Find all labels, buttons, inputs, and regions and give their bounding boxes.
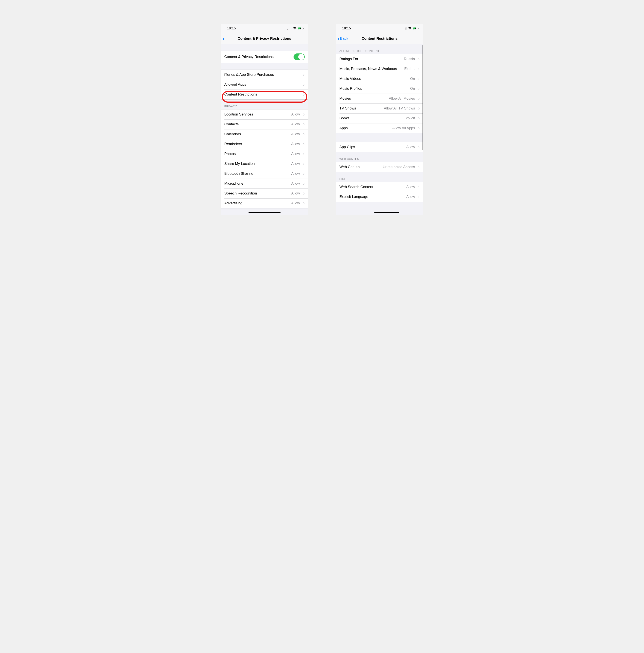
phone-right: 18:15 ‹ Back Content Restrictions ALLOWE… [336, 24, 423, 215]
scroll-area-right[interactable]: ALLOWED STORE CONTENT Ratings ForRussia›… [336, 44, 423, 215]
back-label: Back [340, 37, 348, 41]
list-toggle: Content & Privacy Restrictions [221, 51, 308, 63]
row-bluetooth-sharing[interactable]: Bluetooth SharingAllow› [221, 169, 308, 178]
row-microphone[interactable]: MicrophoneAllow› [221, 178, 308, 189]
row-value: Allow [291, 132, 300, 136]
row-books[interactable]: BooksExplicit› [336, 113, 423, 123]
row-location-services[interactable]: Location ServicesAllow› [221, 110, 308, 119]
row-web-content[interactable]: Web ContentUnrestricted Access› [336, 162, 423, 172]
list-app-clips: App ClipsAllow› [336, 142, 423, 152]
chevron-right-icon: › [302, 171, 305, 176]
nav-title: Content Restrictions [336, 37, 423, 41]
svg-rect-7 [403, 29, 403, 30]
row-music-profiles[interactable]: Music ProfilesOn› [336, 84, 423, 94]
chevron-right-icon: › [302, 112, 305, 117]
chevron-right-icon: › [417, 57, 420, 62]
row-label: Photos [224, 152, 236, 156]
row-value: Allow [291, 152, 300, 156]
row-label: Ratings For [339, 57, 358, 61]
nav-bar: ‹ Back Content Restrictions [336, 33, 423, 44]
chevron-right-icon: › [417, 76, 420, 81]
chevron-left-icon: ‹ [223, 35, 224, 42]
row-music-podcasts-news-workouts[interactable]: Music, Podcasts, News & WorkoutsExpl…› [336, 64, 423, 74]
row-label: Books [339, 116, 350, 120]
chevron-right-icon: › [302, 201, 305, 205]
row-content-restrictions[interactable]: Content Restrictions› [221, 90, 308, 99]
redaction-bar [374, 212, 399, 213]
list-main: iTunes & App Store Purchases›Allowed App… [221, 70, 308, 100]
row-photos[interactable]: PhotosAllow› [221, 149, 308, 159]
row-app-clips[interactable]: App ClipsAllow› [336, 142, 423, 152]
chevron-left-icon: ‹ [338, 35, 340, 42]
row-movies[interactable]: MoviesAllow All Movies› [336, 94, 423, 103]
row-speech-recognition[interactable]: Speech RecognitionAllow› [221, 189, 308, 198]
toggle-switch[interactable] [293, 53, 305, 60]
row-advertising[interactable]: AdvertisingAllow› [221, 198, 308, 208]
list-siri: Web Search ContentAllow›Explicit Languag… [336, 182, 423, 202]
row-share-my-location[interactable]: Share My LocationAllow› [221, 159, 308, 169]
chevron-right-icon: › [417, 86, 420, 91]
row-allowed-apps[interactable]: Allowed Apps› [221, 80, 308, 90]
row-value: Allow [291, 142, 300, 146]
row-label: Content Restrictions [224, 92, 257, 97]
row-value: Allow [406, 185, 415, 189]
row-value: On [410, 77, 415, 81]
row-value: Allow [291, 191, 300, 196]
chevron-right-icon: › [417, 185, 420, 189]
chevron-right-icon: › [302, 162, 305, 166]
scroll-indicator[interactable] [422, 45, 423, 150]
row-label: Web Content [339, 165, 361, 169]
status-bar: 18:15 [336, 24, 423, 33]
phone-left: 18:15 ‹ Content & Privacy Restrictions C… [221, 24, 308, 215]
row-label: Bluetooth Sharing [224, 171, 254, 176]
row-tv-shows[interactable]: TV ShowsAllow All TV Shows› [336, 103, 423, 113]
chevron-right-icon: › [302, 191, 305, 196]
group-header-store: ALLOWED STORE CONTENT [336, 44, 423, 54]
nav-title: Content & Privacy Restrictions [221, 37, 308, 41]
chevron-right-icon: › [302, 132, 305, 137]
row-label: Apps [339, 126, 348, 130]
row-label: Movies [339, 96, 351, 101]
row-label: Share My Location [224, 162, 255, 166]
chevron-right-icon: › [302, 82, 305, 87]
row-label: TV Shows [339, 106, 356, 111]
row-value: Allow [291, 171, 300, 176]
row-value: Russia [404, 57, 415, 61]
row-label: Advertising [224, 201, 242, 205]
group-header-siri: SIRI [336, 172, 423, 182]
row-explicit-language[interactable]: Explicit LanguageAllow› [336, 192, 423, 202]
chevron-right-icon: › [302, 142, 305, 146]
chevron-right-icon: › [302, 92, 305, 97]
row-reminders[interactable]: RemindersAllow› [221, 139, 308, 149]
row-contacts[interactable]: ContactsAllow› [221, 119, 308, 129]
row-content-privacy-toggle[interactable]: Content & Privacy Restrictions [221, 51, 308, 63]
row-itunes-app-store-purchases[interactable]: iTunes & App Store Purchases› [221, 70, 308, 80]
chevron-right-icon: › [417, 106, 420, 111]
row-label: Content & Privacy Restrictions [224, 55, 274, 59]
row-web-search-content[interactable]: Web Search ContentAllow› [336, 182, 423, 192]
chevron-right-icon: › [302, 181, 305, 186]
svg-rect-8 [404, 28, 404, 30]
row-value: Allow [291, 122, 300, 126]
row-value: Allow All TV Shows [384, 106, 415, 111]
svg-rect-6 [303, 28, 304, 29]
row-label: Explicit Language [339, 195, 368, 199]
chevron-right-icon: › [302, 151, 305, 156]
row-ratings-for[interactable]: Ratings ForRussia› [336, 54, 423, 64]
chevron-right-icon: › [417, 116, 420, 121]
back-button[interactable]: ‹ Back [336, 35, 348, 42]
list-privacy: Location ServicesAllow›ContactsAllow›Cal… [221, 109, 308, 209]
back-button[interactable]: ‹ [221, 35, 225, 42]
chevron-right-icon: › [417, 194, 420, 199]
row-label: Music, Podcasts, News & Workouts [339, 67, 397, 71]
row-apps[interactable]: AppsAllow All Apps› [336, 123, 423, 133]
scroll-area-left[interactable]: Content & Privacy Restrictions iTunes & … [221, 44, 308, 215]
row-label: Contacts [224, 122, 239, 126]
group-header-web: WEB CONTENT [336, 152, 423, 162]
cell-signal-icon [288, 27, 291, 30]
row-music-videos[interactable]: Music VideosOn› [336, 74, 423, 84]
svg-rect-13 [418, 28, 419, 29]
svg-rect-9 [405, 27, 405, 30]
row-calendars[interactable]: CalendarsAllow› [221, 129, 308, 139]
svg-rect-10 [406, 27, 406, 30]
